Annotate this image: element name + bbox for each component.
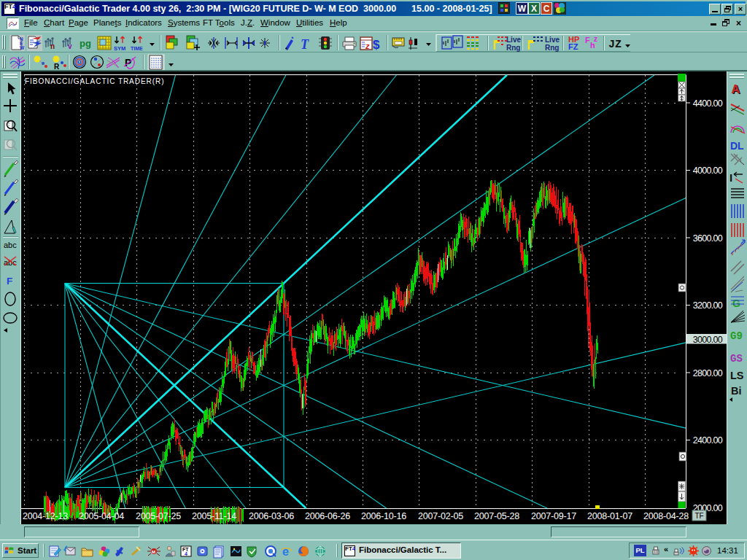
svg-text:z: z (594, 35, 597, 43)
svg-text:SYM: SYM (114, 45, 125, 52)
svg-text:JZ: JZ (608, 39, 622, 51)
svg-text:abc: abc (4, 258, 17, 267)
svg-text:z: z (365, 42, 370, 50)
svg-text:FIBONACCI/GALACTIC TRADER(R): FIBONACCI/GALACTIC TRADER(R) (25, 77, 164, 85)
svg-text:2006-03-06: 2006-03-06 (249, 511, 294, 521)
svg-text:FZ: FZ (568, 42, 578, 51)
svg-text:2006-06-26: 2006-06-26 (305, 511, 350, 521)
svg-text:F: F (7, 276, 12, 287)
svg-text:DL: DL (730, 140, 744, 152)
svg-text:LS: LS (730, 370, 744, 381)
svg-text:F: F (585, 36, 590, 44)
svg-text:2800.00: 2800.00 (693, 368, 723, 378)
svg-text:3200.00: 3200.00 (693, 300, 723, 311)
svg-text:LiveRng: LiveRng (545, 36, 560, 52)
svg-text:TF: TF (694, 512, 703, 520)
svg-text:2007-09-17: 2007-09-17 (531, 511, 576, 521)
svg-text:4400.00: 4400.00 (693, 98, 723, 109)
svg-text:4000.00: 4000.00 (693, 166, 723, 176)
svg-text:n: n (50, 42, 55, 50)
svg-text:2005-11-14: 2005-11-14 (192, 511, 236, 521)
svg-text:G9: G9 (730, 330, 743, 342)
svg-text:4: 4 (185, 551, 187, 556)
svg-text:v: v (68, 42, 72, 50)
svg-text:2008-01-07: 2008-01-07 (587, 511, 632, 521)
svg-text:2007-02-05: 2007-02-05 (418, 511, 463, 521)
svg-text:abc: abc (4, 241, 17, 249)
svg-text:A: A (732, 83, 740, 96)
svg-text:2007-05-28: 2007-05-28 (474, 511, 519, 521)
svg-text:I: I (729, 171, 732, 184)
svg-text:3000.00: 3000.00 (693, 335, 723, 345)
svg-text:T: T (301, 37, 309, 52)
svg-text:W: W (20, 45, 25, 50)
svg-text:TIME: TIME (131, 46, 143, 51)
svg-text:e: e (282, 545, 289, 558)
svg-text:LiveRng: LiveRng (506, 36, 521, 52)
svg-text:G: G (732, 298, 740, 309)
svg-text:pg: pg (80, 38, 91, 49)
svg-text:2400.00: 2400.00 (693, 435, 723, 446)
svg-text:Bi: Bi (731, 385, 742, 397)
svg-text:GS: GS (730, 353, 743, 365)
svg-text:2005-04-04: 2005-04-04 (79, 511, 124, 521)
svg-text:2005-07-25: 2005-07-25 (136, 511, 181, 521)
svg-text:2008-04-28: 2008-04-28 (643, 511, 689, 521)
svg-text:3600.00: 3600.00 (693, 233, 723, 244)
svg-text:M: M (152, 550, 155, 554)
svg-text:2006-10-16: 2006-10-16 (361, 511, 406, 521)
svg-text:2004-12-13: 2004-12-13 (23, 511, 68, 521)
svg-text:$: $ (373, 38, 380, 52)
